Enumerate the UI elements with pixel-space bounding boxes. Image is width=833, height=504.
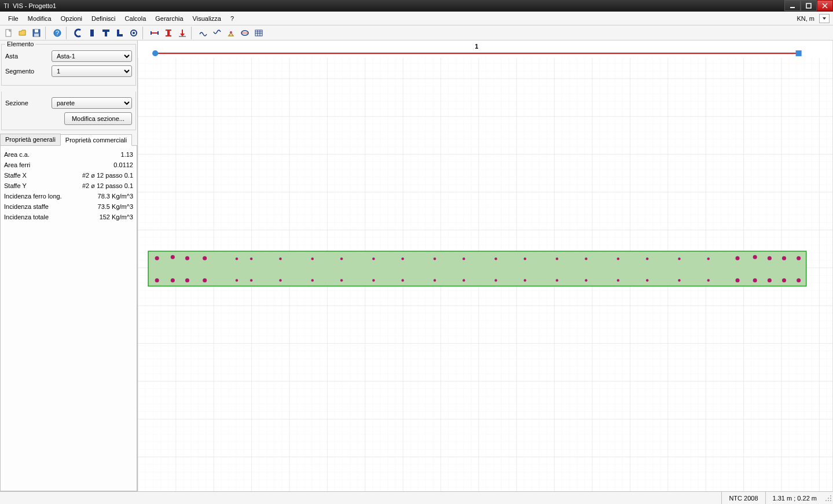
beam-node-end[interactable] bbox=[796, 50, 802, 56]
section-gear-icon[interactable] bbox=[127, 27, 140, 39]
units-dropdown[interactable] bbox=[819, 14, 830, 23]
menu-help[interactable]: ? bbox=[226, 13, 238, 24]
svg-point-50 bbox=[556, 257, 558, 260]
moment-left-icon[interactable] bbox=[197, 27, 210, 39]
menu-opzioni[interactable]: Opzioni bbox=[56, 13, 87, 24]
table-icon[interactable] bbox=[252, 27, 265, 39]
svg-rect-1 bbox=[806, 3, 811, 8]
new-icon[interactable] bbox=[2, 27, 15, 39]
diagram-icon[interactable] bbox=[238, 27, 251, 39]
svg-point-92 bbox=[830, 500, 831, 501]
canvas-area[interactable]: 1 bbox=[138, 41, 833, 491]
minimize-button[interactable] bbox=[784, 0, 801, 11]
svg-point-70 bbox=[372, 279, 375, 281]
svg-point-60 bbox=[797, 256, 801, 260]
menu-gerarchia[interactable]: Gerarchia bbox=[151, 13, 188, 24]
prop-label: Staffe X bbox=[4, 172, 27, 179]
menubar: File Modifica Opzioni Definisci Calcola … bbox=[0, 12, 833, 25]
beam-node-start[interactable] bbox=[152, 50, 158, 56]
svg-point-80 bbox=[678, 279, 680, 281]
window-controls bbox=[784, 0, 833, 11]
svg-point-56 bbox=[736, 256, 740, 260]
svg-point-45 bbox=[401, 257, 403, 260]
beam-span-icon[interactable] bbox=[148, 27, 161, 39]
svg-point-52 bbox=[617, 257, 619, 260]
support-icon[interactable] bbox=[225, 27, 237, 39]
svg-point-62 bbox=[171, 278, 175, 282]
svg-rect-12 bbox=[105, 30, 107, 36]
svg-rect-10 bbox=[90, 30, 94, 36]
moment-right-icon[interactable] bbox=[211, 27, 223, 39]
prop-value: 73.5 Kg/m^3 bbox=[98, 203, 133, 210]
prop-label: Area ferri bbox=[4, 161, 30, 168]
svg-point-72 bbox=[434, 279, 436, 281]
resize-grip-icon[interactable] bbox=[824, 494, 833, 503]
section-l-icon[interactable] bbox=[113, 27, 126, 39]
beam-i-icon[interactable] bbox=[162, 27, 175, 39]
tab-proprieta-generali[interactable]: Proprietà generali bbox=[0, 134, 61, 145]
prop-label: Incidenza ferro long. bbox=[4, 193, 62, 200]
svg-point-74 bbox=[494, 279, 497, 281]
titlebar: TI VIS - Progetto1 bbox=[0, 0, 833, 12]
prop-row: Incidenza ferro long.78.3 Kg/m^3 bbox=[4, 191, 133, 201]
prop-label: Incidenza staffe bbox=[4, 203, 49, 210]
svg-point-35 bbox=[155, 256, 159, 260]
load-down-icon[interactable] bbox=[176, 27, 189, 39]
svg-point-68 bbox=[311, 279, 314, 281]
svg-point-82 bbox=[736, 278, 740, 282]
menu-visualizza[interactable]: Visualizza bbox=[188, 13, 226, 24]
app-icon: TI bbox=[2, 2, 10, 10]
prop-row: Area c.a.1.13 bbox=[4, 149, 133, 160]
svg-point-59 bbox=[782, 256, 786, 260]
prop-row: Incidenza totale152 Kg/m^3 bbox=[4, 212, 133, 222]
sezione-group: Sezione parete Modifica sezione... bbox=[1, 91, 136, 130]
status-coords: 1.31 m ; 0.22 m bbox=[765, 492, 824, 504]
svg-rect-21 bbox=[166, 30, 171, 31]
section-rect-icon[interactable] bbox=[86, 27, 98, 39]
save-icon[interactable] bbox=[30, 27, 43, 39]
tab-proprieta-commerciali[interactable]: Proprietà commerciali bbox=[60, 134, 132, 146]
svg-point-71 bbox=[401, 279, 403, 281]
section-c-icon[interactable] bbox=[72, 27, 85, 39]
svg-point-77 bbox=[585, 279, 587, 281]
prop-value: 78.3 Kg/m^3 bbox=[98, 193, 133, 200]
prop-value: 152 Kg/m^3 bbox=[100, 214, 133, 220]
svg-point-53 bbox=[646, 257, 648, 260]
modifica-sezione-button[interactable]: Modifica sezione... bbox=[64, 112, 132, 125]
menu-definisci[interactable]: Definisci bbox=[87, 13, 120, 24]
svg-point-79 bbox=[646, 279, 648, 281]
svg-point-67 bbox=[279, 279, 281, 281]
svg-rect-20 bbox=[167, 30, 170, 36]
segmento-select[interactable]: 1 bbox=[52, 65, 132, 77]
sezione-select[interactable]: parete bbox=[52, 97, 132, 109]
svg-point-54 bbox=[678, 257, 680, 260]
statusbar: NTC 2008 1.31 m ; 0.22 m bbox=[0, 491, 833, 504]
menu-modifica[interactable]: Modifica bbox=[23, 13, 56, 24]
asta-select[interactable]: Asta-1 bbox=[52, 50, 132, 62]
svg-point-37 bbox=[185, 256, 189, 260]
menu-file[interactable]: File bbox=[3, 13, 23, 24]
open-icon[interactable] bbox=[16, 27, 29, 39]
maximize-button[interactable] bbox=[801, 0, 817, 11]
close-button[interactable] bbox=[817, 0, 833, 11]
svg-point-83 bbox=[753, 278, 757, 282]
toolbar: ? bbox=[0, 25, 833, 41]
svg-rect-22 bbox=[166, 35, 171, 36]
svg-point-89 bbox=[830, 498, 831, 499]
left-panel: Elemento Asta Asta-1 Segmento 1 Sezione … bbox=[0, 41, 138, 491]
prop-label: Staffe Y bbox=[4, 182, 27, 189]
window-title: VIS - Progetto1 bbox=[13, 2, 56, 9]
section-t-icon[interactable] bbox=[100, 27, 112, 39]
svg-point-46 bbox=[434, 257, 436, 260]
prop-row: Area ferri0.0112 bbox=[4, 160, 133, 170]
svg-point-86 bbox=[797, 278, 801, 282]
svg-point-39 bbox=[236, 257, 238, 260]
svg-point-66 bbox=[250, 279, 252, 281]
svg-point-87 bbox=[830, 495, 831, 496]
menu-calcola[interactable]: Calcola bbox=[120, 13, 151, 24]
section-canvas[interactable]: 1 bbox=[138, 41, 832, 491]
help-icon[interactable]: ? bbox=[51, 27, 64, 39]
beam-label: 1 bbox=[475, 43, 478, 50]
svg-point-76 bbox=[556, 279, 558, 281]
svg-point-47 bbox=[463, 257, 465, 260]
